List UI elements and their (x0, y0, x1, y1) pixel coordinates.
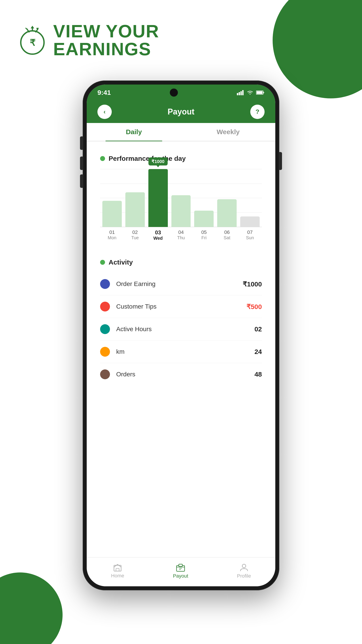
svg-rect-20 (179, 564, 182, 566)
km-value: 24 (255, 348, 262, 356)
customer-tips-label: Customer Tips (116, 303, 247, 310)
chart-label-05: 05 Fri (194, 230, 214, 241)
top-nav: ‹ Payout ? (87, 100, 275, 123)
svg-rect-9 (239, 92, 240, 95)
phone-screen: 9:41 (87, 84, 275, 586)
customer-tips-value: ₹500 (247, 303, 262, 310)
wifi-icon (247, 90, 253, 95)
payout-nav-label: Payout (173, 573, 188, 579)
list-item: Order Earning ₹1000 (100, 273, 262, 296)
content-area: Daily Weekly Performance for the day (87, 123, 275, 557)
activity-green-dot (100, 260, 105, 265)
svg-rect-10 (240, 91, 242, 95)
bar-tooltip: ₹1000 (148, 158, 168, 166)
bar-02 (125, 192, 145, 227)
back-arrow-icon: ‹ (103, 108, 105, 116)
chart-label-02: 02 Tue (125, 230, 145, 241)
nav-title: Payout (168, 107, 194, 116)
svg-line-18 (117, 564, 121, 567)
status-icons (237, 90, 265, 95)
content-spacer (87, 392, 275, 397)
home-icon (113, 563, 122, 572)
list-item: km 24 (100, 340, 262, 363)
svg-line-17 (114, 564, 117, 567)
bg-circle-top-right (273, 0, 362, 98)
camera-notch (170, 88, 178, 96)
help-button[interactable]: ? (250, 105, 265, 119)
status-time: 9:41 (97, 89, 111, 96)
bar-col-03: ₹1000 (148, 169, 168, 227)
svg-rect-11 (242, 90, 244, 95)
chart-label-04: 04 Thu (171, 230, 191, 241)
header-line1: VIEW YOUR (53, 22, 159, 40)
profile-icon (240, 563, 249, 572)
phone-wrapper: 9:41 (83, 80, 279, 590)
chart-section-title: Performance for the day (100, 155, 262, 162)
orders-value: 48 (255, 370, 262, 378)
bottom-nav-profile[interactable]: Profile (237, 563, 251, 579)
chart-section: Performance for the day (91, 146, 271, 247)
status-bar: 9:41 (87, 84, 275, 100)
bar-col-06 (217, 169, 237, 227)
list-item: Customer Tips ₹500 (100, 296, 262, 318)
signal-icon (237, 90, 244, 95)
bottom-nav-home[interactable]: Home (111, 563, 124, 579)
bar-col-01 (102, 169, 122, 227)
bar-06 (217, 199, 237, 227)
bar-07 (240, 216, 260, 227)
svg-text:₹: ₹ (30, 38, 35, 48)
header-text: VIEW YOUR EARNINGS (53, 22, 159, 58)
active-hours-label: Active Hours (116, 326, 255, 333)
activity-section-title: Activity (100, 258, 262, 266)
chart-labels: 01 Mon 02 Tue 03 Wed (100, 227, 262, 241)
bar-01 (102, 201, 122, 227)
battery-icon (256, 90, 265, 95)
profile-nav-label: Profile (237, 573, 251, 579)
order-earning-label: Order Earning (116, 280, 243, 288)
chart-label-01: 01 Mon (102, 230, 122, 241)
home-nav-label: Home (111, 573, 124, 579)
tab-daily[interactable]: Daily (87, 123, 181, 141)
active-hours-dot (100, 324, 110, 334)
svg-marker-3 (31, 26, 34, 28)
list-item: Active Hours 02 (100, 318, 262, 340)
bar-col-02 (125, 169, 145, 227)
svg-rect-16 (116, 568, 119, 571)
header-line2: EARNINGS (53, 40, 159, 58)
bar-col-05 (194, 169, 214, 227)
order-earning-dot (100, 279, 110, 289)
bar-04 (171, 195, 191, 227)
bar-03: ₹1000 (148, 169, 168, 227)
bar-col-04 (171, 169, 191, 227)
bar-05 (194, 211, 214, 227)
tabs-row: Daily Weekly (87, 123, 275, 141)
back-button[interactable]: ‹ (97, 105, 112, 119)
bar-col-07 (240, 169, 260, 227)
bottom-nav-payout[interactable]: Payout (173, 563, 188, 579)
svg-point-23 (242, 564, 246, 568)
chart-green-dot (100, 156, 105, 161)
logo-icon: ₹ (18, 26, 47, 55)
chart-label-03: 03 Wed (148, 230, 168, 241)
km-label: km (116, 348, 255, 355)
orders-dot (100, 370, 110, 379)
help-icon: ? (255, 108, 259, 116)
bg-circle-bottom-left (0, 572, 62, 644)
payout-icon (176, 563, 185, 572)
activity-section: Activity Order Earning ₹1000 Customer Ti… (91, 252, 271, 392)
phone-shell: 9:41 (83, 80, 279, 590)
header-area: ₹ VIEW YOUR EARNINGS (18, 22, 159, 58)
svg-rect-14 (257, 91, 263, 94)
svg-rect-13 (263, 92, 264, 93)
order-earning-value: ₹1000 (243, 280, 262, 288)
orders-label: Orders (116, 371, 255, 378)
chart-container: ₹1000 (100, 169, 262, 240)
tab-weekly[interactable]: Weekly (181, 123, 275, 141)
list-item: Orders 48 (100, 363, 262, 386)
customer-tips-dot (100, 302, 110, 312)
chart-bars: ₹1000 (100, 169, 262, 227)
active-hours-value: 02 (255, 325, 262, 333)
km-dot (100, 347, 110, 357)
chart-label-07: 07 Sun (240, 230, 260, 241)
chart-label-06: 06 Sat (217, 230, 237, 241)
